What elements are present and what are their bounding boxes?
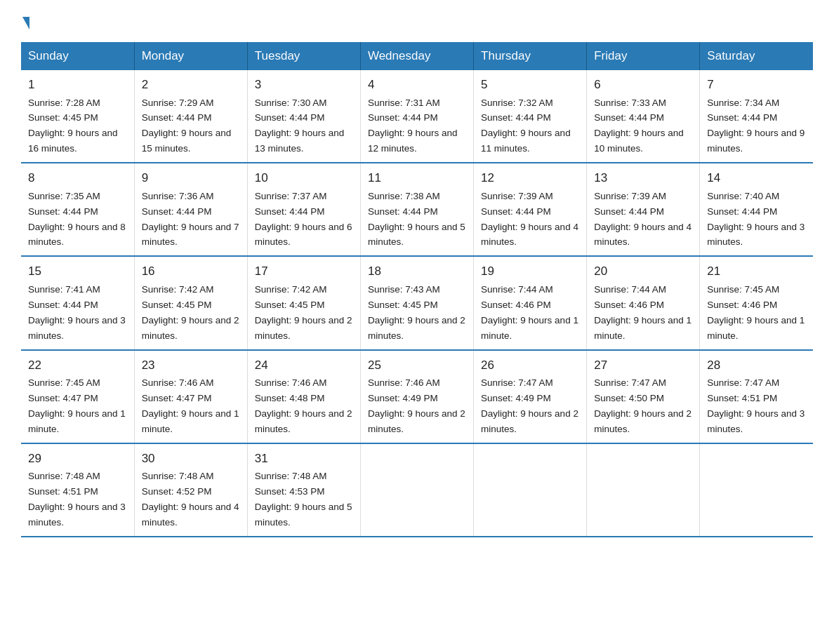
day-number: 17 [255,262,353,281]
calendar-cell: 19Sunrise: 7:44 AMSunset: 4:46 PMDayligh… [474,256,587,349]
calendar-cell: 12Sunrise: 7:39 AMSunset: 4:44 PMDayligh… [474,163,587,256]
day-number: 5 [481,76,579,94]
day-info: Sunrise: 7:46 AMSunset: 4:49 PMDaylight:… [368,377,465,434]
calendar-cell: 29Sunrise: 7:48 AMSunset: 4:51 PMDayligh… [21,443,134,537]
day-info: Sunrise: 7:43 AMSunset: 4:45 PMDaylight:… [368,284,465,341]
day-info: Sunrise: 7:30 AMSunset: 4:44 PMDaylight:… [255,98,345,154]
calendar-cell: 4Sunrise: 7:31 AMSunset: 4:44 PMDaylight… [360,70,473,163]
calendar-cell: 26Sunrise: 7:47 AMSunset: 4:49 PMDayligh… [474,350,587,443]
day-number: 9 [142,169,240,187]
day-number: 4 [368,76,466,94]
calendar-cell: 23Sunrise: 7:46 AMSunset: 4:47 PMDayligh… [134,350,247,443]
day-number: 23 [142,356,240,375]
calendar-cell: 11Sunrise: 7:38 AMSunset: 4:44 PMDayligh… [360,163,473,256]
calendar-header-row: SundayMondayTuesdayWednesdayThursdayFrid… [21,42,813,70]
day-info: Sunrise: 7:34 AMSunset: 4:44 PMDaylight:… [707,98,805,154]
day-number: 8 [28,169,127,187]
calendar-cell: 7Sunrise: 7:34 AMSunset: 4:44 PMDaylight… [700,70,813,163]
calendar-cell: 21Sunrise: 7:45 AMSunset: 4:46 PMDayligh… [700,256,813,349]
day-info: Sunrise: 7:42 AMSunset: 4:45 PMDaylight:… [142,284,239,341]
calendar-cell: 6Sunrise: 7:33 AMSunset: 4:44 PMDaylight… [587,70,700,163]
header-saturday: Saturday [700,42,813,70]
day-info: Sunrise: 7:44 AMSunset: 4:46 PMDaylight:… [594,284,691,341]
header-sunday: Sunday [21,42,134,70]
day-number: 12 [481,169,579,187]
day-info: Sunrise: 7:47 AMSunset: 4:51 PMDaylight:… [707,377,805,434]
calendar-cell [700,443,813,537]
logo [21,14,29,29]
day-number: 28 [707,356,806,375]
day-number: 3 [255,76,353,94]
day-info: Sunrise: 7:28 AMSunset: 4:45 PMDaylight:… [28,98,118,154]
day-number: 15 [28,262,127,281]
calendar-cell: 28Sunrise: 7:47 AMSunset: 4:51 PMDayligh… [700,350,813,443]
calendar-cell: 15Sunrise: 7:41 AMSunset: 4:44 PMDayligh… [21,256,134,349]
calendar-cell: 25Sunrise: 7:46 AMSunset: 4:49 PMDayligh… [360,350,473,443]
calendar-week-row: 8Sunrise: 7:35 AMSunset: 4:44 PMDaylight… [21,163,813,256]
day-number: 24 [255,356,353,375]
header-tuesday: Tuesday [247,42,360,70]
calendar-week-row: 1Sunrise: 7:28 AMSunset: 4:45 PMDaylight… [21,70,813,163]
day-number: 6 [594,76,692,94]
calendar-cell: 20Sunrise: 7:44 AMSunset: 4:46 PMDayligh… [587,256,700,349]
day-number: 1 [28,76,127,94]
day-info: Sunrise: 7:47 AMSunset: 4:49 PMDaylight:… [481,377,578,434]
day-number: 25 [368,356,466,375]
day-info: Sunrise: 7:44 AMSunset: 4:46 PMDaylight:… [481,284,578,341]
calendar-cell: 13Sunrise: 7:39 AMSunset: 4:44 PMDayligh… [587,163,700,256]
calendar-cell: 18Sunrise: 7:43 AMSunset: 4:45 PMDayligh… [360,256,473,349]
day-info: Sunrise: 7:41 AMSunset: 4:44 PMDaylight:… [28,284,126,341]
day-number: 30 [142,450,240,468]
day-info: Sunrise: 7:32 AMSunset: 4:44 PMDaylight:… [481,98,571,154]
day-number: 14 [707,169,806,187]
day-number: 19 [481,262,579,281]
day-number: 21 [707,262,806,281]
day-info: Sunrise: 7:31 AMSunset: 4:44 PMDaylight:… [368,98,458,154]
day-number: 20 [594,262,692,281]
day-info: Sunrise: 7:38 AMSunset: 4:44 PMDaylight:… [368,191,465,248]
header-monday: Monday [134,42,247,70]
day-info: Sunrise: 7:39 AMSunset: 4:44 PMDaylight:… [594,191,691,248]
day-number: 18 [368,262,466,281]
calendar-week-row: 15Sunrise: 7:41 AMSunset: 4:44 PMDayligh… [21,256,813,349]
calendar-cell [474,443,587,537]
day-number: 26 [481,356,579,375]
calendar-cell: 2Sunrise: 7:29 AMSunset: 4:44 PMDaylight… [134,70,247,163]
calendar-cell: 3Sunrise: 7:30 AMSunset: 4:44 PMDaylight… [247,70,360,163]
calendar-cell: 9Sunrise: 7:36 AMSunset: 4:44 PMDaylight… [134,163,247,256]
logo-arrow-icon [22,17,29,29]
calendar-cell: 10Sunrise: 7:37 AMSunset: 4:44 PMDayligh… [247,163,360,256]
header-wednesday: Wednesday [360,42,473,70]
day-info: Sunrise: 7:36 AMSunset: 4:44 PMDaylight:… [142,191,239,248]
calendar-cell [587,443,700,537]
day-info: Sunrise: 7:29 AMSunset: 4:44 PMDaylight:… [142,98,232,154]
day-number: 16 [142,262,240,281]
day-number: 13 [594,169,692,187]
day-info: Sunrise: 7:37 AMSunset: 4:44 PMDaylight:… [255,191,352,248]
day-number: 29 [28,450,127,468]
header-thursday: Thursday [474,42,587,70]
calendar-cell: 8Sunrise: 7:35 AMSunset: 4:44 PMDaylight… [21,163,134,256]
day-info: Sunrise: 7:40 AMSunset: 4:44 PMDaylight:… [707,191,805,248]
calendar-cell: 24Sunrise: 7:46 AMSunset: 4:48 PMDayligh… [247,350,360,443]
calendar-week-row: 29Sunrise: 7:48 AMSunset: 4:51 PMDayligh… [21,443,813,537]
day-number: 7 [707,76,806,94]
day-info: Sunrise: 7:39 AMSunset: 4:44 PMDaylight:… [481,191,578,248]
page-header [21,14,813,29]
calendar-cell: 14Sunrise: 7:40 AMSunset: 4:44 PMDayligh… [700,163,813,256]
calendar-cell: 5Sunrise: 7:32 AMSunset: 4:44 PMDaylight… [474,70,587,163]
day-info: Sunrise: 7:46 AMSunset: 4:47 PMDaylight:… [142,377,239,434]
day-info: Sunrise: 7:35 AMSunset: 4:44 PMDaylight:… [28,191,126,248]
day-number: 2 [142,76,240,94]
calendar-cell: 16Sunrise: 7:42 AMSunset: 4:45 PMDayligh… [134,256,247,349]
calendar-cell: 17Sunrise: 7:42 AMSunset: 4:45 PMDayligh… [247,256,360,349]
day-info: Sunrise: 7:48 AMSunset: 4:52 PMDaylight:… [142,471,239,528]
day-number: 10 [255,169,353,187]
calendar-cell: 22Sunrise: 7:45 AMSunset: 4:47 PMDayligh… [21,350,134,443]
calendar-cell: 1Sunrise: 7:28 AMSunset: 4:45 PMDaylight… [21,70,134,163]
day-info: Sunrise: 7:33 AMSunset: 4:44 PMDaylight:… [594,98,684,154]
calendar-table: SundayMondayTuesdayWednesdayThursdayFrid… [21,42,813,537]
calendar-cell: 31Sunrise: 7:48 AMSunset: 4:53 PMDayligh… [247,443,360,537]
calendar-week-row: 22Sunrise: 7:45 AMSunset: 4:47 PMDayligh… [21,350,813,443]
day-info: Sunrise: 7:47 AMSunset: 4:50 PMDaylight:… [594,377,691,434]
